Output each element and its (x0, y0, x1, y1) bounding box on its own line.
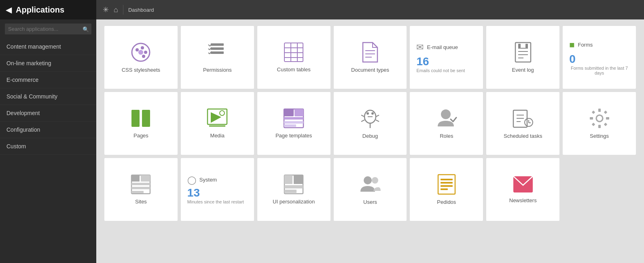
tile-pages-label: Pages (133, 133, 148, 139)
svg-rect-87 (441, 188, 448, 190)
forms-title: Forms (578, 42, 593, 48)
system-title: System (199, 177, 217, 183)
tile-media[interactable]: Media (181, 92, 254, 155)
palette-icon (130, 42, 151, 63)
sidebar-nav: Content management On-line marketing E-c… (0, 38, 96, 263)
svg-point-35 (220, 111, 225, 115)
tile-permissions[interactable]: Permissions (181, 26, 254, 89)
svg-rect-41 (284, 121, 303, 124)
search-input[interactable] (5, 24, 91, 34)
sidebar: ◀ Applications 🔍 Content management On-l… (0, 0, 96, 263)
sidebar-item-content-management[interactable]: Content management (0, 38, 96, 55)
tile-sites-label: Sites (135, 199, 147, 205)
forms-header: ■ Forms (569, 40, 629, 50)
sidebar-title: Applications (16, 5, 64, 15)
svg-rect-83 (438, 175, 455, 194)
svg-point-3 (144, 51, 147, 54)
email-count: 16 (416, 55, 429, 68)
svg-rect-74 (131, 187, 150, 189)
eventlog-icon (514, 42, 532, 63)
email-header: ✉ E-mail queue (416, 42, 477, 53)
svg-point-4 (142, 55, 145, 58)
pedidos-icon (437, 174, 456, 195)
svg-rect-42 (284, 124, 296, 127)
tile-pedidos[interactable]: Pedidos (410, 158, 483, 221)
system-header: ◯ System (187, 175, 217, 185)
svg-rect-6 (211, 43, 224, 46)
svg-rect-31 (131, 110, 140, 127)
home-icon[interactable]: ⌂ (114, 6, 118, 14)
svg-point-1 (136, 48, 139, 51)
asterisk-icon[interactable]: ✳ (103, 5, 109, 14)
svg-rect-84 (441, 179, 453, 180)
svg-rect-24 (515, 43, 531, 62)
sidebar-item-ecommerce[interactable]: E-commerce (0, 72, 96, 88)
svg-point-82 (372, 177, 378, 184)
svg-point-5 (138, 50, 143, 55)
tile-page-templates[interactable]: Page templates (257, 92, 330, 155)
users-icon (360, 174, 381, 195)
sidebar-item-online-marketing[interactable]: On-line marketing (0, 55, 96, 72)
tile-document-types-label: Document types (351, 67, 389, 73)
roles-icon (436, 108, 457, 129)
svg-point-81 (364, 176, 372, 184)
svg-rect-66 (604, 111, 607, 114)
system-sub: Minutes since the last restart (187, 199, 244, 204)
tile-grid-row2: Pages Media (104, 92, 636, 155)
sidebar-item-configuration[interactable]: Configuration (0, 122, 96, 138)
tile-roles[interactable]: Roles (410, 92, 483, 155)
tile-users-label: Users (363, 199, 377, 205)
scheduled-tasks-icon (513, 108, 534, 129)
svg-rect-78 (294, 175, 303, 184)
tile-custom-tables[interactable]: Custom tables (257, 26, 330, 89)
system-icon: ◯ (187, 175, 196, 185)
sidebar-item-development[interactable]: Development (0, 105, 96, 122)
tile-forms[interactable]: ■ Forms 0 Forms submitted in the last 7 … (563, 26, 636, 89)
tile-grid-row1: CSS stylesheets (104, 26, 636, 89)
forms-sub: Forms submitted in the last 7 days (569, 66, 629, 75)
tile-event-log[interactable]: Event log (486, 26, 559, 89)
tile-newsletters[interactable]: Newsletters (486, 158, 559, 221)
svg-rect-38 (284, 109, 294, 116)
empty-slot (563, 158, 636, 221)
newsletters-icon (513, 175, 534, 193)
breadcrumb: Dashboard (128, 7, 154, 13)
topbar: ✳ ⌂ Dashboard (96, 0, 644, 19)
tile-custom-tables-label: Custom tables (277, 66, 311, 73)
tile-settings[interactable]: Settings (563, 92, 636, 155)
tile-debug-label: Debug (362, 133, 378, 139)
tile-system[interactable]: ◯ System 13 Minutes since the last resta… (181, 158, 254, 221)
tile-document-types[interactable]: Document types (334, 26, 407, 89)
sidebar-item-social-community[interactable]: Social & Community (0, 88, 96, 105)
topbar-divider (123, 5, 123, 15)
tile-users[interactable]: Users (334, 158, 407, 221)
tile-css-stylesheets[interactable]: CSS stylesheets (104, 26, 178, 89)
main-area: ✳ ⌂ Dashboard CSS styleshe (96, 0, 644, 263)
tile-pedidos-label: Pedidos (437, 199, 456, 205)
tile-pages[interactable]: Pages (104, 92, 178, 155)
svg-point-52 (441, 109, 451, 119)
svg-rect-71 (131, 175, 140, 182)
tile-ui-personalization[interactable]: UI personalization (257, 158, 330, 221)
page-templates-icon (283, 108, 304, 128)
tile-debug[interactable]: Debug (334, 92, 407, 155)
sites-icon (131, 174, 151, 195)
back-icon[interactable]: ◀ (6, 5, 12, 15)
tile-ui-personalization-label: UI personalization (273, 199, 315, 205)
svg-rect-65 (591, 111, 595, 114)
tile-scheduled-tasks[interactable]: Scheduled tasks (486, 92, 559, 155)
tile-grid-row3: Sites ◯ System 13 Minutes since the last… (104, 158, 636, 221)
svg-line-47 (376, 115, 379, 117)
tile-sites[interactable]: Sites (104, 158, 178, 221)
svg-rect-32 (142, 110, 150, 127)
document-icon (361, 42, 379, 63)
svg-rect-79 (284, 185, 303, 188)
sidebar-item-custom[interactable]: Custom (0, 138, 96, 155)
svg-rect-72 (141, 175, 150, 182)
tile-email-queue[interactable]: ✉ E-mail queue 16 Emails could not be se… (410, 26, 483, 89)
settings-icon (589, 108, 610, 129)
forms-icon: ■ (569, 40, 574, 50)
system-count: 13 (187, 186, 200, 199)
svg-rect-85 (441, 182, 453, 184)
svg-rect-29 (518, 44, 521, 48)
